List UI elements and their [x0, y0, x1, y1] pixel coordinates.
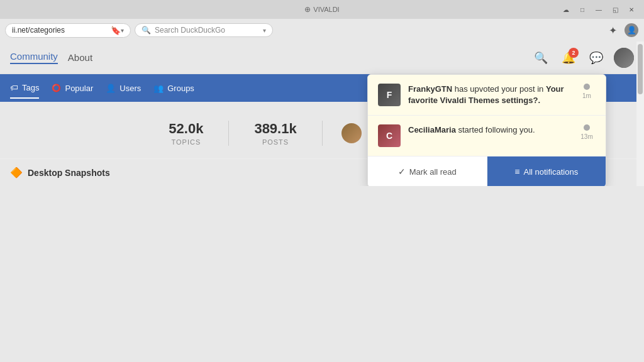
- notif-dot-wrap-2: 13m: [578, 124, 596, 140]
- chat-icon: 💬: [589, 51, 603, 65]
- snapshots-label: Desktop Snapshots: [28, 168, 110, 178]
- tags-item[interactable]: 🏷 Tags: [10, 78, 39, 99]
- bookmark-icon[interactable]: 🔖: [111, 26, 121, 35]
- window-controls: ☁ □ — ◱ ✕: [558, 4, 639, 15]
- site-nav: Community About 🔍 🔔 2 💬: [0, 41, 644, 74]
- users-icon: 👤: [106, 84, 116, 93]
- groups-item[interactable]: 👥 Groups: [153, 79, 194, 98]
- vivaldi-label: VIVALDI: [313, 6, 339, 13]
- notification-dropdown: F FrankyGTN has upvoted your post in You…: [367, 74, 606, 186]
- topics-value: 52.0k: [169, 121, 203, 137]
- cloud-icon[interactable]: ☁: [558, 4, 574, 15]
- users-item[interactable]: 👤 Users: [106, 79, 141, 98]
- chat-btn[interactable]: 💬: [586, 48, 606, 68]
- notif-user-2: CeciliaMaria: [408, 125, 456, 134]
- address-bar[interactable]: ii.net/categories 🔖 ▾: [5, 23, 131, 38]
- dropdown-arrow[interactable]: ▾: [121, 27, 124, 34]
- groups-icon: 👥: [153, 84, 164, 93]
- browser-content: ⊕ VIVALDI ☁ □ — ◱ ✕ ii.net/categories 🔖 …: [0, 0, 644, 362]
- notif-footer: ✓ Mark all read ≡ All notifications: [368, 156, 606, 186]
- search-placeholder: Search DuckDuckGo: [155, 26, 225, 35]
- search-nav-btn[interactable]: 🔍: [531, 48, 551, 68]
- toolbar: ii.net/categories 🔖 ▾ 🔍 Search DuckDuckG…: [0, 19, 644, 41]
- maximize-btn[interactable]: □: [575, 4, 590, 15]
- notification-text-1: FrankyGTN has upvoted your post in Your …: [408, 84, 570, 106]
- notif-dot-2: [584, 124, 590, 131]
- nav-link-community[interactable]: Community: [10, 51, 58, 64]
- search-nav-icon: 🔍: [534, 51, 548, 65]
- search-icon: 🔍: [142, 26, 151, 35]
- restore-btn[interactable]: ◱: [608, 4, 623, 15]
- posts-label: POSTS: [262, 138, 289, 146]
- url-text: ii.net/categories: [12, 26, 65, 35]
- recent-post-avatar: [341, 123, 362, 143]
- topics-label: TOPICS: [171, 138, 201, 146]
- tags-icon: 🏷: [10, 83, 18, 92]
- snapshots-icon: 🔶: [10, 167, 23, 178]
- search-dropdown[interactable]: ▾: [263, 27, 266, 34]
- title-bar: ⊕ VIVALDI ☁ □ — ◱ ✕: [0, 0, 644, 19]
- check-icon: ✓: [398, 167, 406, 177]
- notification-item-2[interactable]: C CeciliaMaria started following you. 13…: [368, 116, 606, 156]
- desktop-snapshots-section: 🔶 Desktop Snapshots: [10, 167, 110, 178]
- notification-text-2: CeciliaMaria started following you.: [408, 124, 570, 136]
- site-content-area: Community About 🔍 🔔 2 💬: [0, 41, 644, 186]
- list-icon: ≡: [514, 167, 519, 177]
- posts-value: 389.1k: [254, 121, 296, 137]
- nav-link-about[interactable]: About: [68, 52, 92, 63]
- scrollbar[interactable]: [636, 41, 644, 186]
- notification-badge: 2: [569, 48, 579, 58]
- user-avatar[interactable]: [614, 48, 634, 68]
- minimize-btn[interactable]: —: [591, 4, 606, 15]
- frankygtn-avatar: F: [378, 84, 401, 106]
- notifications-btn[interactable]: 🔔 2: [558, 48, 579, 68]
- popular-item[interactable]: ⭕ Popular: [52, 79, 93, 98]
- vivaldi-icon: ⊕: [304, 5, 311, 14]
- all-notifications-button[interactable]: ≡ All notifications: [487, 156, 606, 186]
- topics-stat: 52.0k TOPICS: [143, 121, 228, 146]
- nav-links: Community About: [10, 51, 92, 64]
- notif-dot-wrap-1: 1m: [578, 84, 596, 99]
- search-bar[interactable]: 🔍 Search DuckDuckGo ▾: [135, 23, 273, 37]
- notif-user-1: FrankyGTN: [408, 84, 452, 94]
- popular-icon: ⭕: [52, 84, 61, 92]
- ceciliamaria-avatar: C: [378, 124, 401, 147]
- mark-all-read-button[interactable]: ✓ Mark all read: [368, 156, 487, 186]
- scrollbar-thumb[interactable]: [638, 44, 643, 94]
- browser-window: ⊕ VIVALDI ☁ □ — ◱ ✕ ii.net/categories 🔖 …: [0, 0, 644, 362]
- vivaldi-brand: ⊕ VIVALDI: [304, 5, 339, 14]
- site-main: Community About 🔍 🔔 2 💬: [0, 41, 644, 186]
- notif-time-1: 1m: [582, 92, 591, 99]
- posts-stat: 389.1k POSTS: [229, 121, 321, 146]
- close-btn[interactable]: ✕: [624, 4, 639, 15]
- notif-dot-1: [584, 84, 590, 90]
- notification-item-1[interactable]: F FrankyGTN has upvoted your post in You…: [368, 75, 606, 116]
- notif-time-2: 13m: [580, 133, 592, 140]
- nav-icons: 🔍 🔔 2 💬: [531, 48, 634, 68]
- extensions-icon[interactable]: ✦: [605, 23, 620, 38]
- profile-icon[interactable]: 👤: [624, 23, 639, 38]
